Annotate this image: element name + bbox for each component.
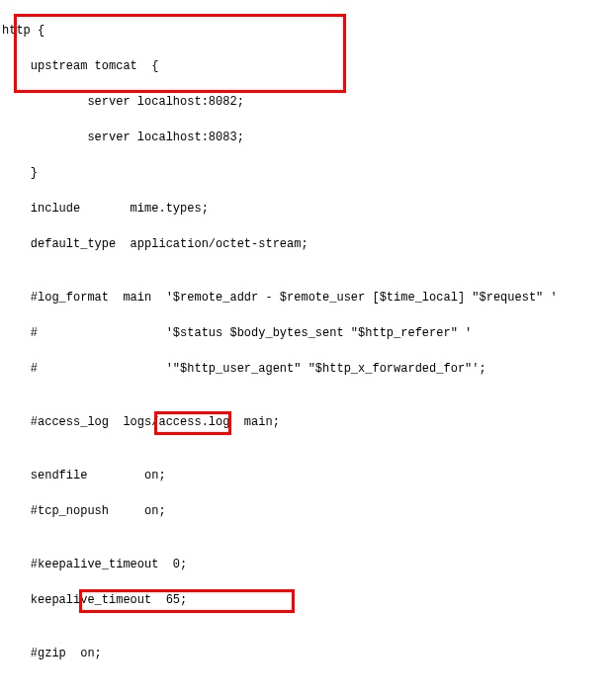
code-line: upstream tomcat { [2, 57, 616, 75]
code-line: } [2, 164, 616, 182]
nginx-config-code: http { upstream tomcat { server localhos… [0, 0, 616, 700]
code-line: #keepalive_timeout 0; [2, 556, 616, 573]
code-line: #tcp_nopush on; [2, 502, 616, 520]
code-line: default_type application/octet-stream; [2, 235, 616, 253]
code-line: server localhost:8083; [2, 129, 616, 146]
code-line: #access_log logs/access.log main; [2, 413, 616, 431]
code-line: #log_format main '$remote_addr - $remote… [2, 289, 616, 306]
code-line: http { [2, 22, 616, 40]
code-line: # '"$http_user_agent" "$http_x_forwarded… [2, 360, 616, 378]
code-line: server localhost:8082; [2, 93, 616, 111]
code-line: sendfile on; [2, 467, 616, 484]
code-line: include mime.types; [2, 200, 616, 218]
code-line: #gzip on; [2, 645, 616, 662]
code-line: # '$status $body_bytes_sent "$http_refer… [2, 324, 616, 342]
code-line: keepalive_timeout 65; [2, 591, 616, 609]
